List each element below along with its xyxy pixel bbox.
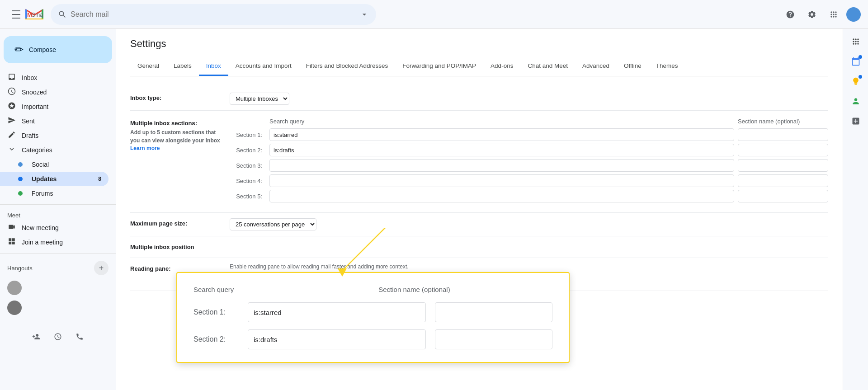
- add-contact-bottom-icon[interactable]: [27, 328, 45, 346]
- zoom-section-1-query[interactable]: [248, 302, 426, 322]
- search-query-header: Search query: [269, 118, 734, 125]
- learn-more-link[interactable]: Learn more: [130, 145, 160, 151]
- calendar-badge: [859, 55, 862, 59]
- inbox-icon: [7, 73, 16, 83]
- sidebar-divider-2: [0, 253, 116, 254]
- inbox-type-value: Default Important first Unread first Sta…: [230, 93, 828, 105]
- sidebar-item-important[interactable]: Important: [0, 99, 108, 114]
- tab-inbox[interactable]: Inbox: [199, 57, 228, 76]
- tab-filters[interactable]: Filters and Blocked Addresses: [299, 57, 396, 76]
- svg-rect-6: [25, 19, 43, 19]
- svg-rect-1: [12, 14, 20, 15]
- compose-button[interactable]: ✏ Compose: [4, 36, 112, 63]
- multiple-inbox-sub-text: Add up to 5 custom sections that you can…: [130, 128, 222, 145]
- zoom-section-2-name[interactable]: [435, 329, 552, 349]
- section-row-2: Section 2:: [230, 144, 828, 156]
- zoom-section-1-name[interactable]: [435, 302, 552, 322]
- menu-icon[interactable]: [7, 5, 25, 23]
- right-keep-icon[interactable]: [847, 72, 865, 90]
- top-bar: M Gmail: [0, 0, 868, 29]
- section-name-header: Section name (optional): [738, 118, 828, 125]
- top-bar-icons: [781, 5, 861, 23]
- new-meeting-label: New meeting: [22, 224, 59, 231]
- section-5-query-input[interactable]: [269, 190, 734, 202]
- add-hangout-button[interactable]: +: [94, 261, 108, 275]
- zoom-search-query-header: Search query: [193, 286, 234, 293]
- right-apps-icon[interactable]: [847, 33, 865, 51]
- sidebar-item-categories[interactable]: Categories: [0, 143, 108, 157]
- hangouts-item-2[interactable]: [7, 299, 108, 317]
- right-calendar-icon[interactable]: [847, 52, 865, 70]
- tab-accounts[interactable]: Accounts and Import: [228, 57, 299, 76]
- save-bottom-icon[interactable]: [49, 328, 67, 346]
- settings-icon[interactable]: [803, 5, 821, 23]
- sidebar-item-drafts[interactable]: Drafts: [0, 128, 108, 143]
- categories-expand-icon: [7, 145, 16, 155]
- avatar[interactable]: [846, 7, 861, 22]
- section-5-name-input[interactable]: [738, 190, 828, 202]
- grid-icon: [7, 237, 16, 248]
- settings-tabs: General Labels Inbox Accounts and Import…: [130, 57, 828, 76]
- zoom-section-2-row: Section 2:: [193, 329, 552, 349]
- hangouts-item-1[interactable]: [7, 279, 108, 297]
- section-4-name-input[interactable]: [738, 174, 828, 187]
- zoom-popup-headers: Search query Section name (optional): [193, 286, 552, 293]
- sidebar-item-social[interactable]: Social: [0, 157, 108, 172]
- tab-advanced[interactable]: Advanced: [575, 57, 617, 76]
- section-3-name-input[interactable]: [738, 159, 828, 172]
- reading-pane-label: Reading pane:: [130, 263, 230, 272]
- categories-label: Categories: [22, 146, 52, 154]
- sidebar-item-sent[interactable]: Sent: [0, 114, 108, 128]
- section-1-query-input[interactable]: [269, 128, 734, 141]
- section-5-label: Section 5:: [230, 193, 266, 200]
- search-bar[interactable]: [51, 4, 376, 25]
- inbox-type-select[interactable]: Default Important first Unread first Sta…: [230, 93, 289, 105]
- search-input[interactable]: [71, 10, 356, 19]
- tab-chat[interactable]: Chat and Meet: [520, 57, 575, 76]
- section-2-name-input[interactable]: [738, 144, 828, 156]
- max-page-size-row: Maximum page size: 25 conversations per …: [130, 213, 828, 236]
- sections-area: Search query Section name (optional) Sec…: [230, 118, 828, 205]
- sidebar-item-updates[interactable]: Updates 8: [0, 172, 108, 186]
- tab-labels[interactable]: Labels: [166, 57, 199, 76]
- sent-icon: [7, 116, 16, 127]
- section-2-query-input[interactable]: [269, 144, 734, 156]
- tab-themes[interactable]: Themes: [649, 57, 685, 76]
- help-icon[interactable]: [781, 5, 799, 23]
- zoom-popup: Search query Section name (optional) Sec…: [176, 272, 570, 363]
- drafts-icon: [7, 131, 16, 141]
- inbox-label: Inbox: [22, 74, 37, 81]
- tab-offline[interactable]: Offline: [617, 57, 649, 76]
- zoom-section-1-row: Section 1:: [193, 302, 552, 322]
- section-4-query-input[interactable]: [269, 174, 734, 187]
- drafts-label: Drafts: [22, 132, 38, 139]
- tab-addons[interactable]: Add-ons: [483, 57, 520, 76]
- right-add-icon[interactable]: [847, 112, 865, 130]
- phone-bottom-icon[interactable]: [71, 328, 89, 346]
- section-1-name-input[interactable]: [738, 128, 828, 141]
- section-row-5: Section 5:: [230, 190, 828, 202]
- sidebar-bottom-icons: [0, 324, 116, 349]
- zoom-section-2-query[interactable]: [248, 329, 426, 349]
- snoozed-icon: [7, 87, 16, 98]
- updates-badge: 8: [98, 176, 101, 182]
- sidebar-item-new-meeting[interactable]: New meeting: [0, 221, 108, 235]
- settings-container: Settings General Labels Inbox Accounts a…: [116, 29, 843, 300]
- section-3-query-input[interactable]: [269, 159, 734, 172]
- sidebar-item-forums[interactable]: Forums: [0, 186, 108, 201]
- google-apps-icon[interactable]: [825, 5, 843, 23]
- section-3-label: Section 3:: [230, 162, 266, 169]
- sidebar-item-join-meeting[interactable]: Join a meeting: [0, 235, 108, 249]
- multiple-inbox-row: Multiple inbox sections: Add up to 5 cus…: [130, 111, 828, 213]
- right-contacts-icon[interactable]: [847, 92, 865, 110]
- section-1-label: Section 1:: [230, 132, 266, 138]
- sidebar-item-snoozed[interactable]: Snoozed: [0, 85, 108, 99]
- zoom-section-2-label: Section 2:: [193, 335, 239, 343]
- compose-label: Compose: [29, 46, 56, 53]
- max-page-size-select[interactable]: 25 conversations per page: [230, 218, 316, 230]
- tab-general[interactable]: General: [130, 57, 166, 76]
- tab-forwarding[interactable]: Forwarding and POP/IMAP: [395, 57, 483, 76]
- section-row-4: Section 4:: [230, 174, 828, 187]
- sidebar: ✏ Compose Inbox Snoozed Important: [0, 29, 116, 390]
- sidebar-item-inbox[interactable]: Inbox: [0, 70, 108, 85]
